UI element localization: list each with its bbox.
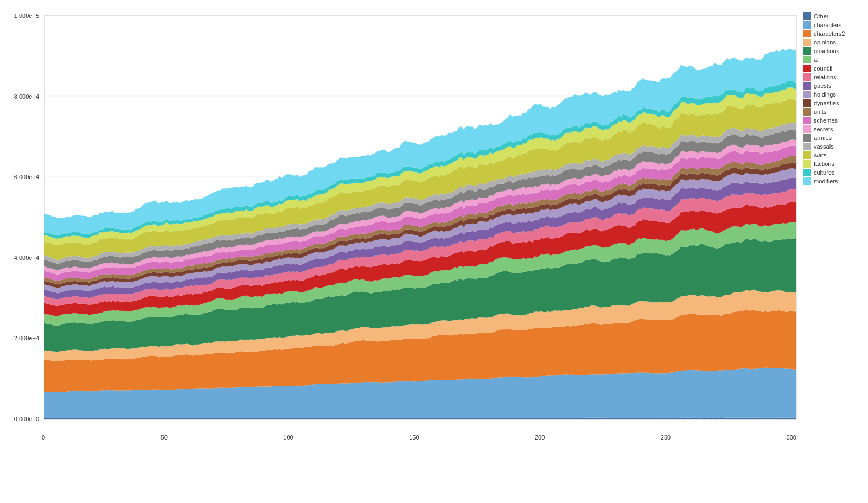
legend-item-armies: armies	[803, 134, 857, 142]
legend-item-wars: wars	[803, 151, 857, 159]
legend-swatch-units	[803, 108, 811, 116]
legend-swatch-council	[803, 65, 811, 72]
legend-swatch-schemes	[803, 117, 811, 124]
legend-label-holdings: holdings	[814, 91, 836, 98]
legend-item-ai: ai	[803, 56, 857, 63]
chart-legend: Othercharacterscharacters2opinionsonacti…	[799, 10, 861, 433]
legend-item-modifiers: modifiers	[803, 177, 857, 185]
y-axis: 1.000e+5 8.000e+4 6.000e+4 4.000e+4 2.00…	[7, 10, 42, 433]
legend-label-modifiers: modifiers	[814, 178, 838, 184]
legend-swatch-dynasties	[803, 99, 811, 107]
x-label-50: 50	[161, 434, 168, 441]
legend-item-secrets: secrets	[803, 125, 857, 133]
legend-item-dynasties: dynasties	[803, 99, 857, 107]
legend-label-cultures: cultures	[814, 169, 835, 176]
x-label-150: 150	[409, 434, 419, 441]
legend-swatch-secrets	[803, 125, 811, 133]
legend-item-relations: relations	[803, 73, 857, 81]
legend-label-onactions: onactions	[814, 48, 839, 54]
legend-item-vassals: vassals	[803, 143, 857, 150]
legend-swatch-ai	[803, 56, 811, 63]
legend-label-schemes: schemes	[814, 117, 838, 124]
legend-item-council: council	[803, 65, 857, 72]
x-label-100: 100	[283, 434, 293, 441]
legend-swatch-opinions	[803, 39, 811, 46]
legend-item-onactions: onactions	[803, 47, 857, 55]
legend-label-characters2: characters2	[814, 30, 845, 37]
legend-item-Other: Other	[803, 12, 857, 20]
legend-swatch-modifiers	[803, 177, 811, 185]
legend-label-relations: relations	[814, 74, 837, 80]
legend-item-holdings: holdings	[803, 91, 857, 98]
legend-swatch-relations	[803, 73, 811, 81]
legend-item-cultures: cultures	[803, 169, 857, 176]
performance-chart	[42, 10, 799, 433]
legend-label-wars: wars	[814, 152, 826, 158]
legend-label-factions: factions	[814, 161, 834, 167]
legend-label-dynasties: dynasties	[814, 100, 839, 106]
legend-swatch-vassals	[803, 143, 811, 150]
y-label-5: 1.000e+5	[14, 12, 39, 19]
legend-item-opinions: opinions	[803, 39, 857, 46]
y-label-4: 8.000e+4	[14, 93, 39, 100]
x-axis: 0 50 100 150 200 250 300	[7, 434, 861, 441]
legend-item-characters: characters	[803, 21, 857, 29]
legend-label-Other: Other	[814, 13, 829, 20]
legend-item-guests: guests	[803, 82, 857, 90]
x-label-0: 0	[42, 434, 45, 441]
x-label-300: 300	[787, 434, 796, 441]
legend-label-secrets: secrets	[814, 126, 833, 132]
y-label-2: 4.000e+4	[14, 254, 39, 261]
legend-label-council: council	[814, 65, 832, 72]
legend-swatch-holdings	[803, 91, 811, 98]
legend-label-characters: characters	[814, 22, 841, 28]
legend-swatch-wars	[803, 151, 811, 159]
legend-swatch-factions	[803, 160, 811, 168]
legend-swatch-guests	[803, 82, 811, 90]
y-label-0: 0.000e+0	[14, 416, 39, 422]
legend-label-vassals: vassals	[814, 143, 834, 150]
y-label-1: 2.000e+4	[14, 335, 39, 341]
x-label-250: 250	[661, 434, 671, 441]
legend-label-opinions: opinions	[814, 39, 836, 46]
legend-swatch-characters	[803, 21, 811, 29]
legend-label-ai: ai	[814, 56, 819, 63]
legend-item-characters2: characters2	[803, 30, 857, 37]
legend-swatch-characters2	[803, 30, 811, 37]
legend-label-armies: armies	[814, 135, 832, 141]
x-label-200: 200	[535, 434, 545, 441]
legend-swatch-onactions	[803, 47, 811, 55]
legend-item-units: units	[803, 108, 857, 116]
legend-label-units: units	[814, 109, 826, 115]
y-label-3: 6.000e+4	[14, 174, 39, 180]
legend-label-guests: guests	[814, 82, 831, 89]
legend-item-schemes: schemes	[803, 117, 857, 124]
legend-swatch-armies	[803, 134, 811, 142]
legend-item-factions: factions	[803, 160, 857, 168]
legend-swatch-Other	[803, 12, 811, 20]
legend-swatch-cultures	[803, 169, 811, 176]
